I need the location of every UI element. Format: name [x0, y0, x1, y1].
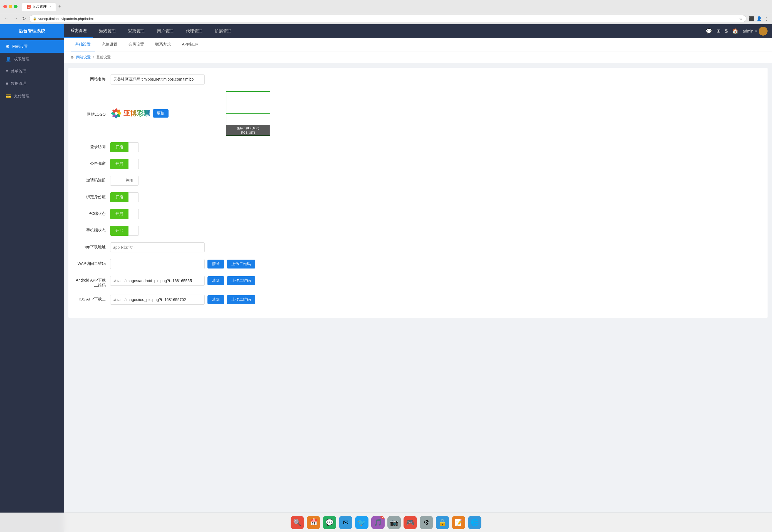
form-row-app-download: app下载地址	[75, 242, 761, 252]
nav-item-extension[interactable]: 扩展管理	[208, 24, 237, 38]
android-qr-label: Android APP下载二维码	[75, 276, 106, 288]
traffic-lights	[3, 5, 18, 8]
sub-nav-contact[interactable]: 联系方式	[151, 38, 175, 51]
back-button[interactable]: ←	[3, 16, 10, 22]
app-download-input[interactable]	[110, 242, 205, 252]
android-upload-button[interactable]: 上传二维码	[227, 276, 255, 285]
menus-icon: ≡	[6, 69, 8, 74]
chat-icon[interactable]: 💬	[706, 28, 712, 34]
data-icon: ≡	[6, 81, 8, 86]
form-row-notice-popup: 公告弹窗 开启	[75, 159, 761, 169]
browser-tab-active[interactable]: 后 后台管理 ×	[22, 2, 56, 11]
sub-nav-recharge[interactable]: 充值设置	[97, 38, 122, 51]
url-text: vuecp.timibbs.vip/admin.php/index	[38, 17, 738, 21]
bind-id-off-button[interactable]	[128, 192, 139, 202]
invite-code-off-button[interactable]: 关闭	[120, 176, 138, 186]
tab-close-button[interactable]: ×	[49, 5, 51, 8]
nav-item-user[interactable]: 用户管理	[151, 24, 180, 38]
bind-id-label: 绑定身份证	[75, 192, 106, 200]
color-picker[interactable]: 坐标：(838,600) RGB:#ffffff	[226, 91, 270, 136]
logo-change-button[interactable]: 更换	[153, 109, 168, 118]
app-download-label: app下载地址	[75, 242, 106, 250]
notice-popup-off-button[interactable]	[128, 159, 139, 169]
android-qr-input[interactable]	[110, 276, 205, 286]
dock-security[interactable]: 🔒	[436, 516, 449, 529]
sub-nav-member[interactable]: 会员设置	[124, 38, 148, 51]
maximize-window-button[interactable]	[14, 5, 18, 8]
bookmark-icon[interactable]: ☆	[739, 16, 743, 21]
pc-status-on-button[interactable]: 开启	[110, 209, 128, 219]
dock-settings[interactable]: ⚙	[420, 516, 433, 529]
minimize-window-button[interactable]	[9, 5, 12, 8]
close-window-button[interactable]	[3, 5, 7, 8]
ios-upload-button[interactable]: 上传二维码	[227, 295, 255, 304]
sidebar-item-menus[interactable]: ≡ 菜单管理	[0, 65, 64, 78]
login-access-off-button[interactable]	[128, 142, 139, 152]
ios-clear-button[interactable]: 清除	[207, 295, 224, 304]
nav-item-lottery[interactable]: 彩票管理	[122, 24, 151, 38]
sidebar-item-menus-label: 菜单管理	[11, 69, 26, 74]
top-nav-menu: 系统管理 游戏管理 彩票管理 用户管理 代理管理 扩展管理	[64, 24, 706, 38]
invite-code-label: 邀请码注册	[75, 176, 106, 183]
home-icon[interactable]: 🏠	[732, 28, 738, 34]
dock-photos[interactable]: 📷	[388, 516, 401, 529]
menu-button[interactable]: ⋮	[764, 16, 769, 21]
android-clear-button[interactable]: 清除	[207, 276, 224, 285]
wap-upload-button[interactable]: 上传二维码	[227, 260, 255, 269]
sidebar-item-website[interactable]: ⚙ 网站设置	[0, 40, 64, 53]
form-row-android-qr: Android APP下载二维码 清除 上传二维码	[75, 276, 761, 288]
main-layout: ⚙ 网站设置 👤 权限管理 ≡ 菜单管理 ≡ 数据管理 💳 支付管理	[0, 38, 772, 532]
breadcrumb-current: 基础设置	[96, 55, 111, 60]
dock-twitter[interactable]: 🐦	[355, 516, 368, 529]
nav-item-system[interactable]: 系统管理	[64, 24, 93, 38]
extensions-button[interactable]: ⬛	[749, 16, 754, 21]
sub-nav-api[interactable]: API接口▾	[177, 38, 202, 51]
dollar-icon[interactable]: $	[725, 28, 728, 34]
sidebar-item-permissions[interactable]: 👤 权限管理	[0, 53, 64, 65]
dock-calendar[interactable]: 📅 1月	[307, 516, 320, 529]
pc-status-off-button[interactable]	[128, 209, 139, 219]
wap-qr-input[interactable]	[110, 259, 205, 269]
logo-control: 亚博彩票 更换	[110, 107, 221, 120]
mobile-status-on-button[interactable]: 开启	[110, 226, 128, 236]
wap-clear-button[interactable]: 清除	[207, 260, 224, 269]
address-bar[interactable]: 🔒 vuecp.timibbs.vip/admin.php/index ☆	[29, 15, 746, 22]
apps-icon[interactable]: ⊞	[716, 28, 721, 34]
cp-cell-tr	[248, 92, 270, 113]
notice-popup-on-button[interactable]: 开启	[110, 159, 128, 169]
logo-area: 亚博彩票 更换	[110, 107, 221, 120]
login-access-on-button[interactable]: 开启	[110, 142, 128, 152]
website-name-input[interactable]	[110, 74, 205, 84]
breadcrumb-parent[interactable]: 网站设置	[76, 55, 91, 60]
bind-id-on-button[interactable]: 开启	[110, 192, 128, 202]
ios-qr-input[interactable]	[110, 295, 205, 305]
breadcrumb: ⚙ 网站设置 / 基础设置	[64, 51, 772, 63]
dock-mail[interactable]: ✉	[339, 516, 352, 529]
dock-messages[interactable]: 💬	[323, 516, 336, 529]
refresh-button[interactable]: ↻	[21, 16, 27, 22]
dock-browser[interactable]: 🌐	[468, 516, 482, 529]
wap-qr-actions: 清除 上传二维码	[110, 259, 255, 269]
breadcrumb-icon: ⚙	[71, 55, 74, 59]
dock-music[interactable]: 🎵 2	[371, 516, 384, 529]
dock-games[interactable]: 🎮	[404, 516, 417, 529]
mobile-status-off-button[interactable]	[128, 226, 139, 236]
logo-flower-icon	[110, 107, 122, 120]
nav-item-agent[interactable]: 代理管理	[180, 24, 208, 38]
mobile-status-toggle: 开启	[110, 226, 139, 236]
brand-title: 后台管理系统	[0, 24, 64, 38]
sidebar-item-payment[interactable]: 💳 支付管理	[0, 90, 64, 102]
admin-info[interactable]: admin ▾	[743, 27, 768, 36]
calendar-month-label: 1月	[307, 518, 320, 521]
sidebar-item-data[interactable]: ≡ 数据管理	[0, 78, 64, 90]
invite-code-toggle: 关闭	[110, 176, 138, 186]
forward-button[interactable]: →	[12, 16, 19, 22]
form-row-pc-status: PC端状态 开启	[75, 209, 761, 219]
nav-item-game[interactable]: 游戏管理	[93, 24, 122, 38]
invite-code-on-button[interactable]	[110, 176, 120, 186]
sub-nav-basic[interactable]: 基础设置	[71, 38, 95, 51]
dock-notes[interactable]: 📝	[452, 516, 465, 529]
dock-finder[interactable]: 🔍	[290, 516, 304, 529]
profile-button[interactable]: 👤	[756, 16, 762, 21]
new-tab-button[interactable]: +	[58, 4, 61, 9]
